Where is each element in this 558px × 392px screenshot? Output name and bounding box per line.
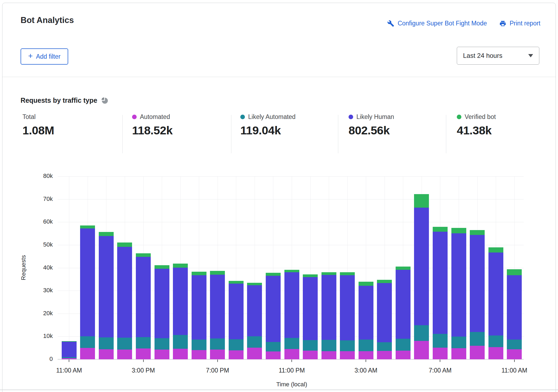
segment-likely-automated bbox=[488, 335, 503, 347]
segment-automated bbox=[507, 349, 522, 359]
bar-800am[interactable] bbox=[451, 228, 466, 359]
segment-likely-human bbox=[229, 284, 244, 339]
segment-likely-human bbox=[266, 276, 281, 342]
bar-1100am[interactable] bbox=[62, 341, 77, 359]
segment-likely-automated bbox=[247, 336, 262, 348]
segment-automated bbox=[62, 358, 77, 359]
segment-likely-human bbox=[210, 275, 225, 338]
segment-likely-human bbox=[192, 275, 206, 340]
segment-likely-human bbox=[433, 232, 448, 334]
bar-500am[interactable] bbox=[396, 267, 411, 359]
segment-likely-human bbox=[155, 269, 169, 338]
segment-likely-automated bbox=[117, 338, 132, 349]
segment-automated bbox=[451, 348, 466, 359]
y-tick-label: 40k bbox=[2, 264, 53, 271]
segment-verified-bot bbox=[155, 265, 169, 269]
x-tick bbox=[440, 360, 440, 362]
segment-automated bbox=[414, 341, 429, 359]
segment-automated bbox=[433, 348, 448, 359]
segment-verified-bot bbox=[266, 273, 281, 276]
y-tick-label: 70k bbox=[2, 195, 53, 202]
x-tick-label: 7:00 PM bbox=[206, 367, 229, 374]
bar-600pm[interactable] bbox=[192, 272, 206, 359]
bot-analytics-page: Bot Analytics Configure Super Bot Fight … bbox=[0, 0, 558, 392]
bar-300am[interactable] bbox=[359, 282, 373, 359]
bar-600am[interactable] bbox=[414, 194, 429, 359]
segment-likely-automated bbox=[340, 340, 355, 351]
segment-automated bbox=[229, 350, 244, 359]
segment-automated bbox=[359, 351, 373, 359]
segment-verified-bot bbox=[470, 230, 485, 235]
bar-1200pm[interactable] bbox=[80, 225, 95, 359]
x-tick-label: 11:00 AM bbox=[501, 367, 527, 374]
bar-700pm[interactable] bbox=[210, 271, 225, 359]
bar-100pm[interactable] bbox=[99, 232, 114, 359]
segment-verified-bot bbox=[488, 247, 503, 253]
bar-700am[interactable] bbox=[433, 227, 448, 359]
segment-likely-automated bbox=[303, 340, 318, 351]
bar-200pm[interactable] bbox=[117, 242, 132, 359]
segment-verified-bot bbox=[507, 269, 522, 275]
segment-automated bbox=[80, 348, 95, 359]
bar-400am[interactable] bbox=[377, 280, 392, 359]
next-section-divider bbox=[0, 390, 558, 390]
segment-verified-bot bbox=[377, 280, 392, 283]
segment-automated bbox=[377, 351, 392, 359]
segment-verified-bot bbox=[173, 264, 188, 268]
segment-likely-automated bbox=[377, 342, 392, 351]
requests-chart: Requests Time (local) 010k20k30k40k50k60… bbox=[2, 3, 556, 392]
segment-likely-human bbox=[173, 268, 188, 335]
segment-likely-human bbox=[303, 277, 318, 340]
bar-1100pm[interactable] bbox=[284, 270, 299, 359]
y-tick-label: 80k bbox=[2, 172, 53, 180]
segment-verified-bot bbox=[340, 272, 355, 275]
segment-automated bbox=[396, 351, 411, 359]
y-tick-label: 20k bbox=[2, 310, 53, 317]
segment-likely-automated bbox=[192, 340, 206, 350]
bar-400pm[interactable] bbox=[155, 265, 169, 359]
x-tick-label: 3:00 PM bbox=[132, 367, 155, 374]
x-tick bbox=[291, 360, 292, 362]
segment-verified-bot bbox=[396, 267, 411, 270]
segment-automated bbox=[266, 351, 281, 359]
segment-likely-human bbox=[321, 275, 336, 340]
x-tick bbox=[514, 360, 515, 362]
segment-likely-human bbox=[451, 233, 466, 337]
bar-500pm[interactable] bbox=[173, 264, 188, 359]
segment-likely-human bbox=[80, 228, 95, 336]
bar-300pm[interactable] bbox=[136, 253, 151, 359]
segment-automated bbox=[210, 350, 225, 359]
segment-likely-automated bbox=[136, 337, 151, 348]
segment-automated bbox=[303, 351, 318, 359]
segment-verified-bot bbox=[433, 227, 448, 232]
segment-likely-automated bbox=[266, 342, 281, 352]
segment-automated bbox=[321, 351, 336, 359]
segment-likely-human bbox=[340, 275, 355, 340]
bar-1000pm[interactable] bbox=[266, 273, 281, 359]
segment-automated bbox=[284, 349, 299, 359]
bar-200am[interactable] bbox=[340, 272, 355, 359]
bar-100am[interactable] bbox=[321, 272, 336, 359]
segment-likely-human bbox=[62, 342, 77, 357]
bar-800pm[interactable] bbox=[229, 281, 244, 359]
segment-likely-automated bbox=[359, 340, 373, 351]
segment-automated bbox=[247, 348, 262, 359]
y-tick-label: 0 bbox=[2, 356, 53, 363]
segment-likely-automated bbox=[396, 339, 411, 351]
bar-900am[interactable] bbox=[470, 230, 485, 359]
segment-likely-automated bbox=[229, 339, 244, 350]
bar-1000am[interactable] bbox=[488, 247, 503, 359]
segment-verified-bot bbox=[303, 274, 318, 277]
segment-likely-human bbox=[284, 272, 299, 338]
segment-verified-bot bbox=[451, 228, 466, 233]
segment-likely-automated bbox=[321, 340, 336, 351]
segment-likely-human bbox=[99, 236, 114, 337]
bar-1100am[interactable] bbox=[507, 269, 522, 359]
bar-1200am[interactable] bbox=[303, 274, 318, 359]
segment-verified-bot bbox=[80, 225, 95, 228]
x-tick-label: 3:00 AM bbox=[355, 367, 377, 374]
x-tick-label: 11:00 PM bbox=[279, 367, 305, 374]
segment-likely-human bbox=[396, 270, 411, 339]
bar-900pm[interactable] bbox=[247, 283, 262, 359]
x-tick-label: 11:00 AM bbox=[56, 367, 82, 374]
